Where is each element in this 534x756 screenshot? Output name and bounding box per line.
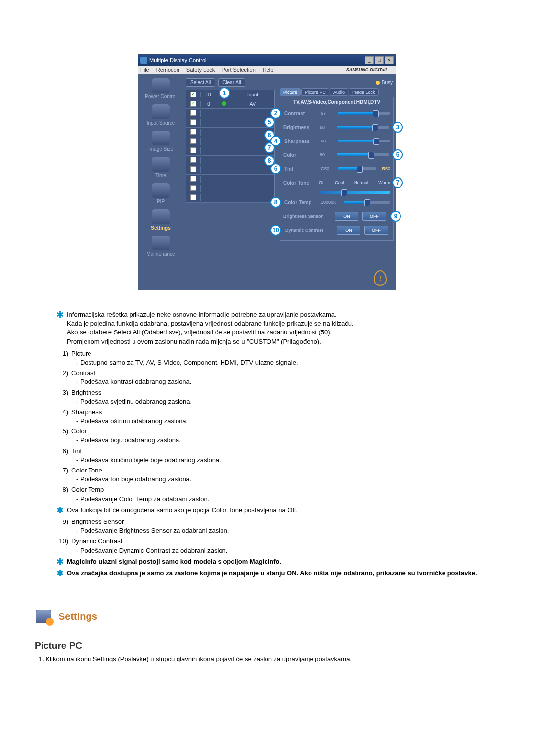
dcontrast-on-button[interactable]: ON [337, 226, 360, 235]
app-icon [140, 57, 147, 64]
note-power-on: Ova značajka dostupna je samo za zaslone… [67, 569, 478, 578]
pip-icon [152, 183, 170, 198]
contrast-slider[interactable] [338, 112, 390, 115]
sharpness-row: 4 Sharpness 68 [283, 136, 390, 146]
color-tone-row: Color Tone Off Cool Normal Warm 7 [283, 177, 390, 188]
grid-empty-row [186, 175, 274, 184]
titlebar: Multiple Display Control _ □ × [138, 55, 396, 66]
sidebar-item-time[interactable]: Time [138, 157, 183, 178]
tone-warm[interactable]: Warm [378, 180, 390, 185]
tint-slider[interactable] [338, 167, 376, 170]
settings-section-icon [35, 608, 52, 625]
grid-empty-row [186, 165, 274, 175]
tab-audio[interactable]: Audio [330, 88, 348, 96]
note-magicinfo: MagicInfo ulazni signal postoji samo kod… [67, 557, 478, 566]
grid-empty-row [186, 128, 274, 137]
settings-heading-row: Settings [35, 608, 499, 625]
sidebar: Power Control Input Source Image Size Ti… [138, 74, 183, 266]
select-all-button[interactable]: Select All [186, 78, 215, 87]
star-icon: ✱ [56, 557, 64, 566]
callout-6b: 6 [270, 163, 281, 174]
main-panel: Select All Clear All 1 Busy ID ⬛ Input 0 [183, 74, 396, 266]
grid-empty-row [186, 184, 274, 193]
sidebar-item-input-source[interactable]: Input Source [138, 104, 183, 126]
picture-pc-heading: Picture PC [35, 640, 499, 651]
intro-text: Informacijska rešetka prikazuje neke osn… [67, 310, 478, 346]
row-checkbox[interactable] [190, 101, 196, 107]
picture-pc-line: 1. Klikom na ikonu Settings (Postavke) u… [39, 655, 499, 662]
star-icon: ✱ [56, 569, 64, 578]
callout-10: 10 [270, 225, 281, 236]
brightness-sensor-row: Brightness Sensor ON OFF 9 [283, 211, 390, 222]
minimize-button[interactable]: _ [365, 56, 374, 64]
close-button[interactable]: × [385, 56, 394, 64]
gear-icon [46, 618, 54, 626]
tab-image-lock[interactable]: Image Lock [349, 88, 379, 96]
grid-empty-row [186, 118, 274, 128]
maintenance-icon [152, 236, 170, 250]
callout-7b: 7 [392, 177, 403, 188]
color-temp-row: 8 Color Temp 10000K [283, 197, 390, 208]
callout-3: 3 [392, 122, 403, 133]
header-checkbox[interactable] [190, 92, 196, 97]
tone-normal[interactable]: Normal [354, 180, 368, 185]
col-id: ID [201, 92, 217, 97]
star-icon: ✱ [56, 310, 64, 319]
info-grid: ID ⬛ Input 0 AV [186, 90, 275, 203]
sidebar-item-pip[interactable]: PIP [138, 183, 183, 204]
callout-5b: 5 [392, 149, 403, 160]
menu-port-selection[interactable]: Port Selection [222, 67, 255, 73]
tab-picture-pc[interactable]: Picture PC [301, 88, 329, 96]
bsensor-off-button[interactable]: OFF [362, 212, 386, 221]
callout-5: 5 [264, 117, 275, 128]
dcontrast-off-button[interactable]: OFF [364, 226, 388, 235]
menu-file[interactable]: File [140, 67, 149, 73]
color-temp-slider[interactable] [344, 201, 390, 204]
sidebar-item-power-control[interactable]: Power Control [138, 78, 183, 99]
callout-2: 2 [270, 108, 281, 119]
description-block: ✱ Informacijska rešetka prikazuje neke o… [56, 310, 478, 578]
callout-1: 1 [219, 87, 230, 99]
sharpness-slider[interactable] [338, 140, 390, 142]
clear-all-button[interactable]: Clear All [218, 78, 245, 87]
grid-empty-row [186, 146, 274, 156]
tone-slider[interactable] [320, 191, 390, 194]
col-input: Input [231, 92, 274, 97]
sidebar-item-settings[interactable]: Settings [138, 209, 183, 231]
dynamic-contrast-row: 10 Dynamic Contrast ON OFF [283, 225, 390, 236]
tab-picture[interactable]: Picture [280, 88, 301, 96]
grid-row[interactable]: 0 AV [186, 99, 274, 109]
sidebar-item-maintenance[interactable]: Maintenance [138, 236, 183, 257]
brightness-slider[interactable] [337, 126, 389, 129]
tint-row: 6 Tint G50 R50 [283, 163, 390, 174]
tone-cool[interactable]: Cool [335, 180, 344, 185]
bottom-bar: ! [138, 266, 396, 290]
grid-empty-row [186, 193, 274, 203]
busy-indicator: Busy [376, 80, 393, 85]
callout-4: 4 [270, 136, 281, 146]
menu-safety-lock[interactable]: Safety Lock [186, 67, 215, 73]
source-line: TV,AV,S-Video,Component,HDMI,DTV [283, 99, 390, 105]
brightness-row: Brightness 68 3 [283, 122, 390, 133]
settings-heading: Settings [58, 611, 97, 622]
image-size-icon [152, 131, 170, 145]
color-slider[interactable] [337, 153, 389, 156]
menu-remocon[interactable]: Remocon [156, 67, 179, 73]
star-icon: ✱ [56, 506, 64, 515]
picture-panel: Picture Picture PC Audio Image Lock TV,A… [280, 88, 394, 241]
callout-9: 9 [390, 211, 401, 222]
sidebar-item-image-size[interactable]: Image Size [138, 131, 183, 152]
callout-8b: 8 [270, 197, 281, 208]
bsensor-on-button[interactable]: ON [335, 212, 358, 221]
power-icon [152, 78, 170, 93]
note-color-tone: Ova funkcija bit će omogućena samo ako j… [67, 506, 478, 515]
grid-empty-row [186, 137, 274, 146]
time-icon [152, 157, 170, 172]
maximize-button[interactable]: □ [375, 56, 384, 64]
status-dot-icon [222, 101, 226, 106]
grid-empty-row [186, 109, 274, 118]
input-icon [152, 104, 170, 119]
menu-help[interactable]: Help [263, 67, 274, 73]
grid-header-row: ID ⬛ Input [186, 90, 274, 99]
tone-off[interactable]: Off [319, 180, 325, 185]
